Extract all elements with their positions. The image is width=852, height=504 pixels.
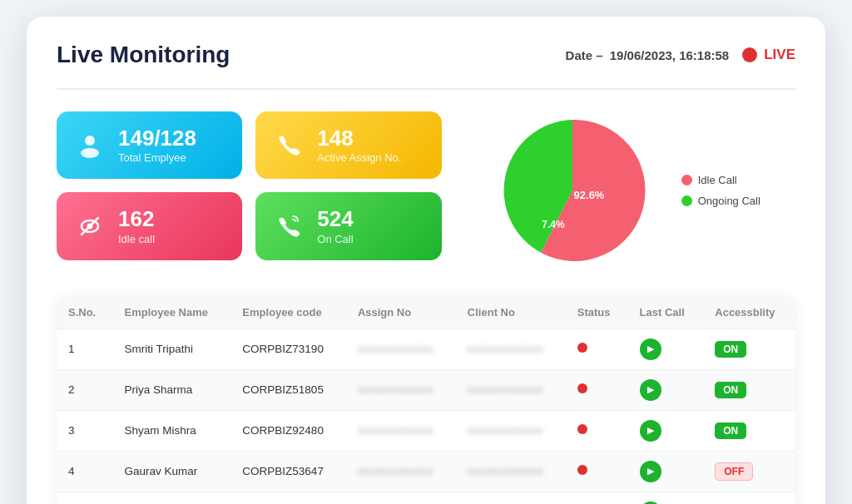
table-row: 5 Ayush Kumar CORPBIZ84491 ●●●●●●●●●● ●●…	[57, 492, 795, 504]
stat-card-idle-call: 162 Idle call	[57, 192, 242, 260]
cell-sno: 3	[57, 410, 113, 451]
cell-status	[566, 410, 628, 451]
date-display: Date – 19/06/2023, 16:18:58	[566, 48, 730, 62]
cell-access[interactable]: ON	[703, 369, 795, 410]
cell-assign: ●●●●●●●●●●	[346, 369, 456, 410]
top-section: 149/128 Total Emplyee 148 Active Assign …	[57, 111, 795, 269]
eye-off-icon	[75, 213, 105, 240]
legend-idle-label: Idle Call	[698, 174, 737, 186]
cell-assign: ●●●●●●●●●●	[346, 410, 456, 451]
phone-icon	[274, 132, 304, 157]
col-code: Employee code	[230, 296, 346, 329]
person-icon	[75, 131, 105, 158]
cell-lastcall[interactable]: ▮▮	[628, 492, 704, 504]
cell-access[interactable]: ON	[703, 410, 795, 451]
cell-sno: 5	[57, 492, 113, 504]
pie-svg: 92.6% 7.4%	[493, 111, 651, 269]
employee-table: S.No. Employee Name Employee code Assign…	[57, 296, 795, 505]
cell-sno: 4	[57, 451, 113, 492]
pause-button[interactable]: ▮▮	[640, 502, 661, 505]
phone-ring-icon	[274, 212, 304, 240]
live-badge: LIVE	[742, 47, 795, 63]
svg-point-1	[81, 148, 99, 158]
header: Live Monitoring Date – 19/06/2023, 16:18…	[57, 42, 795, 68]
table-header: S.No. Employee Name Employee code Assign…	[57, 296, 795, 329]
table-row: 4 Gaurav Kumar CORPBIZ53647 ●●●●●●●●●● ●…	[57, 451, 795, 492]
stat-label-on-call: On Call	[317, 233, 353, 245]
legend-ongoing-dot	[681, 195, 692, 206]
cell-client: ●●●●●●●●●●	[456, 492, 566, 504]
cell-lastcall[interactable]: ▶	[628, 451, 704, 492]
employee-table-section: S.No. Employee Name Employee code Assign…	[57, 296, 795, 505]
stat-content-employee: 149/128 Total Emplyee	[118, 126, 196, 165]
table-row: 2 Priya Sharma CORPBIZ51805 ●●●●●●●●●● ●…	[57, 369, 795, 410]
col-lastcall: Last Call	[628, 296, 704, 329]
cell-client: ●●●●●●●●●●	[456, 329, 566, 369]
cell-code: CORPBIZ53647	[230, 451, 346, 492]
chart-section: 92.6% 7.4% Idle Call Ongoing Call	[458, 111, 795, 269]
cell-name: Shyam Mishra	[113, 410, 231, 451]
cell-lastcall[interactable]: ▶	[628, 410, 704, 451]
cell-assign: ●●●●●●●●●●	[346, 492, 456, 504]
stat-content-idle: 162 Idle call	[118, 207, 155, 245]
play-button[interactable]: ▶	[640, 420, 661, 442]
cell-sno: 1	[57, 329, 113, 369]
stat-number-idle: 162	[118, 207, 155, 231]
date-value: 19/06/2023, 16:18:58	[610, 48, 729, 62]
svg-text:92.6%: 92.6%	[573, 189, 604, 201]
table-row: 3 Shyam Mishra CORPBIZ92480 ●●●●●●●●●● ●…	[57, 410, 795, 451]
col-status: Status	[566, 296, 628, 329]
play-button[interactable]: ▶	[640, 379, 661, 401]
cell-access[interactable]: OFF	[703, 451, 795, 492]
cell-client: ●●●●●●●●●●	[456, 410, 566, 451]
header-divider	[57, 88, 795, 90]
live-dot-icon	[742, 47, 757, 62]
cell-status	[566, 329, 628, 369]
cell-name: Smriti Tripathi	[113, 329, 231, 369]
page-title: Live Monitoring	[57, 42, 230, 68]
cell-client: ●●●●●●●●●●	[456, 451, 566, 492]
cell-code: CORPBIZ84491	[230, 492, 346, 504]
cell-access[interactable]: ON	[703, 492, 795, 504]
table-body: 1 Smriti Tripathi CORPBIZ73190 ●●●●●●●●●…	[57, 329, 795, 504]
header-right: Date – 19/06/2023, 16:18:58 LIVE	[566, 47, 795, 63]
cell-code: CORPBIZ51805	[230, 369, 346, 410]
stat-number-assign: 148	[317, 126, 401, 151]
col-sno: S.No.	[57, 296, 113, 329]
legend-ongoing-label: Ongoing Call	[698, 195, 760, 207]
cell-name: Priya Sharma	[113, 369, 231, 410]
cell-access[interactable]: ON	[703, 329, 795, 369]
stat-label-assign: Active Assign No.	[317, 151, 401, 164]
date-label: Date –	[566, 48, 603, 62]
legend-idle-dot	[681, 175, 692, 185]
cell-assign: ●●●●●●●●●●	[346, 329, 456, 369]
legend-idle-call: Idle Call	[681, 174, 760, 186]
svg-text:7.4%: 7.4%	[542, 219, 565, 230]
cell-status	[566, 492, 628, 504]
col-client: Client No	[456, 296, 566, 329]
stat-number-on-call: 524	[317, 207, 353, 231]
cell-sno: 2	[57, 369, 113, 410]
play-button[interactable]: ▶	[640, 338, 661, 360]
cell-client: ●●●●●●●●●●	[456, 369, 566, 410]
svg-point-0	[85, 136, 95, 146]
cell-lastcall[interactable]: ▶	[628, 329, 704, 369]
stat-content-assign: 148 Active Assign No.	[317, 126, 401, 165]
chart-and-legend: 92.6% 7.4% Idle Call Ongoing Call	[493, 111, 760, 269]
cell-lastcall[interactable]: ▶	[628, 369, 704, 410]
table-row: 1 Smriti Tripathi CORPBIZ73190 ●●●●●●●●●…	[57, 329, 795, 369]
legend-ongoing-call: Ongoing Call	[681, 195, 760, 207]
cell-status	[566, 451, 628, 492]
play-button[interactable]: ▶	[640, 461, 661, 482]
stat-content-on-call: 524 On Call	[317, 207, 353, 245]
main-card: Live Monitoring Date – 19/06/2023, 16:18…	[27, 17, 825, 504]
cell-code: CORPBIZ73190	[230, 329, 346, 369]
cell-name: Ayush Kumar	[113, 492, 231, 504]
cell-code: CORPBIZ92480	[230, 410, 346, 451]
stats-grid: 149/128 Total Emplyee 148 Active Assign …	[57, 111, 442, 260]
stat-label-idle: Idle call	[118, 233, 155, 245]
col-name: Employee Name	[113, 296, 231, 329]
col-access: Accessblity	[703, 296, 795, 329]
cell-name: Gaurav Kumar	[113, 451, 231, 492]
stat-card-on-call: 524 On Call	[255, 192, 441, 260]
